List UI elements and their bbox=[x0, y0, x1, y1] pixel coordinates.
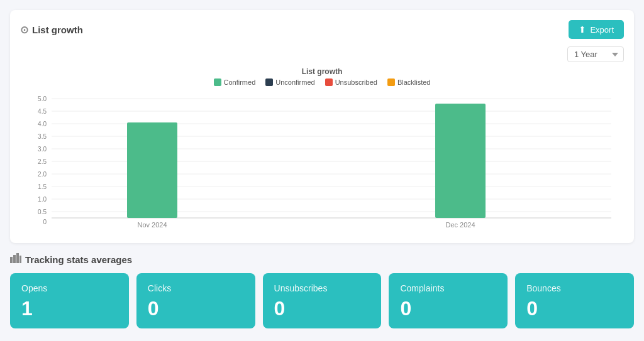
svg-text:2.0: 2.0 bbox=[38, 171, 47, 178]
legend-confirmed: Confirmed bbox=[214, 78, 256, 86]
bar-label-nov: Nov 2024 bbox=[137, 221, 167, 229]
svg-rect-22 bbox=[10, 257, 13, 263]
svg-text:4.5: 4.5 bbox=[38, 108, 47, 115]
confirmed-color-dot bbox=[214, 78, 221, 86]
chart-controls: 1 Year 6 Months 3 Months bbox=[20, 46, 624, 62]
list-growth-card: ⊙ List growth ⬆ Export 1 Year 6 Months 3… bbox=[10, 10, 634, 243]
unconfirmed-color-dot bbox=[265, 78, 273, 86]
year-select[interactable]: 1 Year 6 Months 3 Months bbox=[567, 46, 624, 62]
svg-text:0: 0 bbox=[43, 219, 47, 225]
unconfirmed-label: Unconfirmed bbox=[275, 78, 314, 86]
tracking-section-title: Tracking stats averages bbox=[10, 253, 634, 266]
stat-clicks: Clicks 0 bbox=[136, 273, 255, 328]
clicks-value: 0 bbox=[148, 298, 244, 318]
page-footer: PRISM REACH bbox=[10, 338, 634, 341]
bounces-label: Bounces bbox=[526, 283, 623, 293]
legend-unconfirmed: Unconfirmed bbox=[265, 78, 314, 86]
svg-text:3.5: 3.5 bbox=[38, 133, 47, 140]
tracking-section: Tracking stats averages Opens 1 Clicks 0… bbox=[10, 253, 634, 328]
svg-text:4.0: 4.0 bbox=[38, 121, 47, 127]
unsubscribed-label: Unsubscribed bbox=[335, 78, 377, 86]
stats-grid: Opens 1 Clicks 0 Unsubscribes 0 Complain… bbox=[10, 273, 634, 328]
chart-title: List growth bbox=[20, 67, 624, 76]
svg-text:1.0: 1.0 bbox=[38, 196, 47, 203]
bar-chart-icon bbox=[10, 253, 21, 266]
legend-blacklisted: Blacklisted bbox=[387, 78, 431, 86]
unsubscribes-label: Unsubscribes bbox=[274, 283, 370, 293]
stat-complaints: Complaints 0 bbox=[389, 273, 508, 328]
stat-unsubscribes: Unsubscribes 0 bbox=[263, 273, 382, 328]
svg-text:0.5: 0.5 bbox=[38, 208, 47, 215]
opens-label: Opens bbox=[21, 283, 118, 293]
svg-text:5.0: 5.0 bbox=[38, 95, 47, 102]
unsubscribed-color-dot bbox=[325, 78, 333, 86]
opens-value: 1 bbox=[21, 298, 118, 318]
bar-nov-2024 bbox=[127, 122, 177, 218]
svg-rect-24 bbox=[16, 253, 19, 263]
info-circle-icon: ⊙ bbox=[20, 24, 28, 36]
blacklisted-color-dot bbox=[387, 78, 395, 86]
unsubscribes-value: 0 bbox=[274, 298, 370, 318]
complaints-value: 0 bbox=[400, 298, 496, 318]
svg-rect-25 bbox=[19, 256, 21, 263]
svg-text:2.5: 2.5 bbox=[38, 158, 47, 165]
bounces-value: 0 bbox=[526, 298, 623, 318]
legend-unsubscribed: Unsubscribed bbox=[325, 78, 377, 86]
chart-svg-area: 5.0 4.5 4.0 3.5 3.0 2.5 2.0 1.5 1.0 0.5 … bbox=[20, 92, 624, 233]
clicks-label: Clicks bbox=[148, 283, 244, 293]
y-axis: 5.0 4.5 4.0 3.5 3.0 2.5 2.0 1.5 1.0 0.5 … bbox=[38, 95, 611, 225]
confirmed-label: Confirmed bbox=[224, 78, 256, 86]
svg-text:1.5: 1.5 bbox=[38, 183, 47, 190]
card-title: ⊙ List growth bbox=[20, 24, 83, 36]
export-label: Export bbox=[590, 25, 614, 35]
bar-dec-2024 bbox=[435, 104, 486, 218]
export-icon: ⬆ bbox=[579, 24, 586, 35]
chart-legend: Confirmed Unconfirmed Unsubscribed Black… bbox=[20, 78, 624, 86]
stat-opens: Opens 1 bbox=[10, 273, 129, 328]
chart-container: 1 Year 6 Months 3 Months List growth Con… bbox=[20, 46, 624, 233]
stat-bounces: Bounces 0 bbox=[515, 273, 634, 328]
export-button[interactable]: ⬆ Export bbox=[569, 20, 624, 39]
svg-text:3.0: 3.0 bbox=[38, 146, 47, 153]
tracking-title-text: Tracking stats averages bbox=[25, 254, 132, 265]
blacklisted-label: Blacklisted bbox=[397, 78, 431, 86]
card-header: ⊙ List growth ⬆ Export bbox=[20, 20, 624, 39]
bar-chart-svg: 5.0 4.5 4.0 3.5 3.0 2.5 2.0 1.5 1.0 0.5 … bbox=[20, 92, 624, 230]
complaints-label: Complaints bbox=[400, 283, 496, 293]
list-growth-title: List growth bbox=[32, 24, 83, 35]
svg-rect-23 bbox=[13, 255, 16, 263]
bar-label-dec: Dec 2024 bbox=[445, 221, 475, 229]
